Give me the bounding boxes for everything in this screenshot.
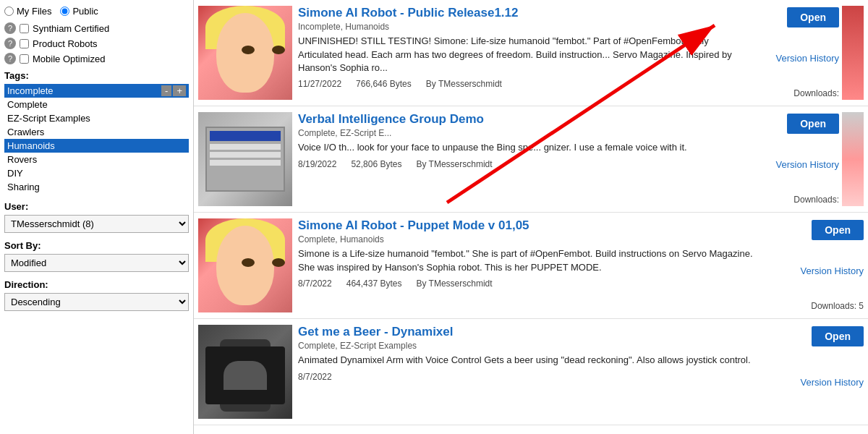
- result-title[interactable]: Simone AI Robot - Public Release1.12: [298, 6, 746, 20]
- result-actions: Open Version History: [777, 325, 864, 419]
- result-thumbnail: [198, 218, 292, 312]
- result-description: Simone is a Life-size humanoid "fembot."…: [298, 247, 771, 273]
- tags-label: Tags:: [4, 70, 189, 81]
- result-subtitle: Incomplete, Humanoids: [298, 22, 746, 32]
- downloads-text: Downloads:: [793, 88, 839, 98]
- result-body: Get me a Beer - Dynamixel Complete, EZ-S…: [298, 325, 777, 419]
- tag-rovers[interactable]: Rovers: [4, 153, 189, 166]
- open-button[interactable]: Open: [812, 326, 864, 346]
- result-right-thumbnail: [842, 112, 864, 206]
- version-history-link[interactable]: Version History: [801, 377, 864, 388]
- result-date: 8/7/2022: [298, 278, 332, 289]
- file-scope-selector: My Files Public: [4, 6, 189, 17]
- product-robots-checkbox[interactable]: [20, 39, 29, 48]
- tag-crawlers[interactable]: Crawlers: [4, 125, 189, 139]
- public-radio[interactable]: Public: [60, 6, 98, 17]
- result-meta: 8/7/2022 464,437 Bytes By TMesserschmidt: [298, 278, 771, 289]
- direction-section-label: Direction:: [4, 279, 189, 290]
- tag-minus-button[interactable]: -: [161, 85, 171, 96]
- result-subtitle: Complete, EZ-Script Examples: [298, 341, 771, 351]
- result-actions: Open Version History Downloads:: [752, 6, 839, 100]
- sort-section-label: Sort By:: [4, 240, 189, 251]
- user-section-label: User:: [4, 201, 189, 212]
- sidebar: My Files Public ? Synthiam Certified ? P…: [0, 0, 194, 434]
- product-robots-help-icon[interactable]: ?: [4, 38, 16, 49]
- version-history-link[interactable]: Version History: [776, 159, 839, 170]
- result-bytes: 766,646 Bytes: [356, 79, 412, 89]
- myfiles-radio[interactable]: My Files: [4, 6, 51, 17]
- selected-tag-incomplete[interactable]: Incomplete: [7, 85, 160, 96]
- selected-tag-row: Incomplete - +: [4, 84, 189, 98]
- result-subtitle: Complete, EZ-Script E...: [298, 128, 746, 138]
- main-screen-wrapper: Simone AI Robot - Public Release1.12 Inc…: [194, 0, 868, 434]
- synthiam-checkbox[interactable]: [20, 24, 29, 33]
- result-thumbnail: [198, 325, 292, 419]
- result-bytes: 52,806 Bytes: [351, 159, 401, 169]
- tag-sharing[interactable]: Sharing: [4, 180, 189, 194]
- result-description: Animated Dynamixel Arm with Voice Contro…: [298, 354, 771, 367]
- mobile-optimized-filter: ? Mobile Optimized: [4, 53, 189, 64]
- result-meta: 8/19/2022 52,806 Bytes By TMesserschmidt: [298, 159, 746, 169]
- result-bytes: 464,437 Bytes: [346, 278, 402, 289]
- synthiam-certified-filter: ? Synthiam Certified: [4, 22, 189, 34]
- result-thumbnail: [198, 112, 292, 206]
- tag-humanoids[interactable]: Humanoids: [4, 139, 189, 153]
- myfiles-label: My Files: [17, 6, 51, 17]
- result-item: Simone AI Robot - Puppet Mode v 01,05 Co…: [194, 213, 868, 319]
- tag-ez-script[interactable]: EZ-Script Examples: [4, 111, 189, 125]
- direction-dropdown-row: Descending: [4, 293, 189, 311]
- result-author: By TMesserschmidt: [416, 278, 492, 289]
- result-subtitle: Complete, Humanoids: [298, 234, 771, 244]
- result-description: UNFINISHED! STILL TESTING! Simone: Life-…: [298, 35, 746, 75]
- result-date: 8/7/2022: [298, 372, 332, 382]
- tag-diy[interactable]: DIY: [4, 166, 189, 180]
- sort-select[interactable]: Modified: [4, 254, 189, 272]
- result-description: Voice I/O th... look for your face to un…: [298, 141, 746, 154]
- product-robots-filter: ? Product Robots: [4, 38, 189, 49]
- result-item: Get me a Beer - Dynamixel Complete, EZ-S…: [194, 319, 868, 425]
- result-date: 8/19/2022: [298, 159, 336, 169]
- downloads-text: Downloads: 5: [811, 301, 864, 311]
- result-date: 11/27/2022: [298, 79, 341, 89]
- open-button[interactable]: Open: [812, 220, 864, 240]
- result-author: By TMesserschmidt: [426, 79, 502, 89]
- product-robots-label: Product Robots: [33, 38, 98, 49]
- results-list: Simone AI Robot - Public Release1.12 Inc…: [194, 0, 868, 434]
- version-history-link[interactable]: Version History: [776, 53, 839, 64]
- result-title[interactable]: Get me a Beer - Dynamixel: [298, 325, 771, 339]
- result-meta: 11/27/2022 766,646 Bytes By TMesserschmi…: [298, 79, 746, 89]
- user-select[interactable]: TMesserschmidt (8): [4, 215, 189, 233]
- public-label: Public: [72, 6, 98, 17]
- result-actions: Open Version History Downloads:: [752, 112, 839, 206]
- tag-plus-button[interactable]: +: [173, 85, 186, 96]
- result-body: Simone AI Robot - Public Release1.12 Inc…: [298, 6, 752, 100]
- result-right-thumbnail: [842, 6, 864, 100]
- result-meta: 8/7/2022: [298, 372, 771, 382]
- result-body: Verbal Intelligence Group Demo Complete,…: [298, 112, 752, 206]
- open-button[interactable]: Open: [787, 7, 839, 27]
- result-thumbnail: [198, 6, 292, 100]
- result-item: Simone AI Robot - Public Release1.12 Inc…: [194, 0, 868, 106]
- synthiam-help-icon[interactable]: ?: [4, 22, 16, 34]
- tag-list: Complete EZ-Script Examples Crawlers Hum…: [4, 98, 189, 194]
- result-author: By TMesserschmidt: [416, 159, 492, 169]
- result-body: Simone AI Robot - Puppet Mode v 01,05 Co…: [298, 218, 777, 312]
- user-dropdown-row: TMesserschmidt (8): [4, 215, 189, 233]
- mobile-help-icon[interactable]: ?: [4, 53, 16, 64]
- sort-dropdown-row: Modified: [4, 254, 189, 272]
- result-title[interactable]: Simone AI Robot - Puppet Mode v 01,05: [298, 218, 771, 233]
- version-history-link[interactable]: Version History: [801, 265, 864, 276]
- open-button[interactable]: Open: [787, 114, 839, 134]
- result-actions: Open Version History Downloads: 5: [777, 218, 864, 312]
- direction-select[interactable]: Descending: [4, 293, 189, 311]
- mobile-label: Mobile Optimized: [33, 54, 105, 64]
- tag-complete[interactable]: Complete: [4, 98, 189, 111]
- mobile-checkbox[interactable]: [20, 54, 29, 64]
- downloads-text: Downloads:: [793, 195, 839, 205]
- result-title[interactable]: Verbal Intelligence Group Demo: [298, 112, 746, 127]
- result-item: Verbal Intelligence Group Demo Complete,…: [194, 106, 868, 213]
- synthiam-label: Synthiam Certified: [33, 23, 109, 34]
